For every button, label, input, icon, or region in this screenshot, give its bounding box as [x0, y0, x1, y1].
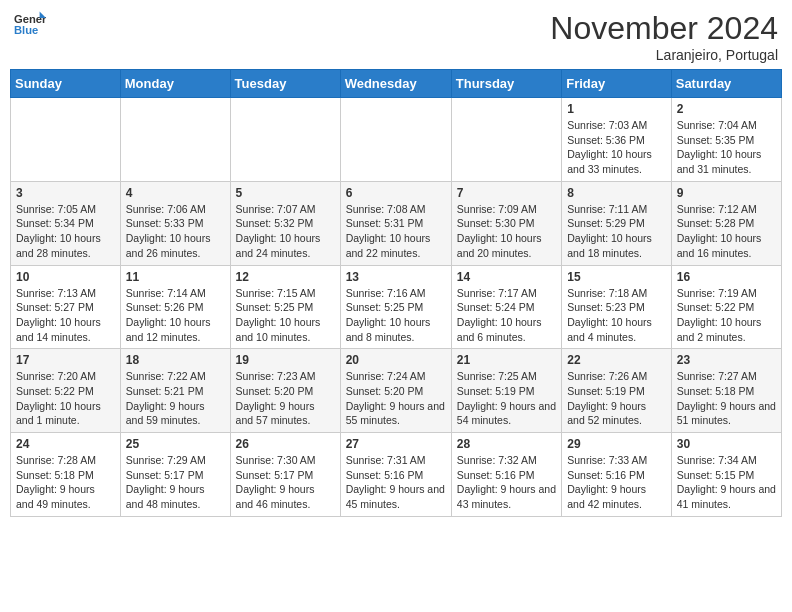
- day-info: Sunrise: 7:19 AMSunset: 5:22 PMDaylight:…: [677, 286, 776, 345]
- header-friday: Friday: [562, 70, 672, 98]
- day-number: 9: [677, 186, 776, 200]
- day-cell: 9Sunrise: 7:12 AMSunset: 5:28 PMDaylight…: [671, 181, 781, 265]
- month-title: November 2024: [550, 10, 778, 47]
- day-info: Sunrise: 7:08 AMSunset: 5:31 PMDaylight:…: [346, 202, 446, 261]
- day-info: Sunrise: 7:23 AMSunset: 5:20 PMDaylight:…: [236, 369, 335, 428]
- title-area: November 2024 Laranjeiro, Portugal: [550, 10, 778, 63]
- week-row-2: 3Sunrise: 7:05 AMSunset: 5:34 PMDaylight…: [11, 181, 782, 265]
- day-cell: 7Sunrise: 7:09 AMSunset: 5:30 PMDaylight…: [451, 181, 561, 265]
- day-cell: 13Sunrise: 7:16 AMSunset: 5:25 PMDayligh…: [340, 265, 451, 349]
- day-info: Sunrise: 7:16 AMSunset: 5:25 PMDaylight:…: [346, 286, 446, 345]
- day-info: Sunrise: 7:29 AMSunset: 5:17 PMDaylight:…: [126, 453, 225, 512]
- day-number: 30: [677, 437, 776, 451]
- day-number: 27: [346, 437, 446, 451]
- day-cell: 14Sunrise: 7:17 AMSunset: 5:24 PMDayligh…: [451, 265, 561, 349]
- day-cell: 17Sunrise: 7:20 AMSunset: 5:22 PMDayligh…: [11, 349, 121, 433]
- day-cell: 26Sunrise: 7:30 AMSunset: 5:17 PMDayligh…: [230, 433, 340, 517]
- day-cell: 3Sunrise: 7:05 AMSunset: 5:34 PMDaylight…: [11, 181, 121, 265]
- day-cell: 4Sunrise: 7:06 AMSunset: 5:33 PMDaylight…: [120, 181, 230, 265]
- day-cell: 21Sunrise: 7:25 AMSunset: 5:19 PMDayligh…: [451, 349, 561, 433]
- day-number: 17: [16, 353, 115, 367]
- logo: General Blue: [14, 10, 46, 38]
- day-cell: 6Sunrise: 7:08 AMSunset: 5:31 PMDaylight…: [340, 181, 451, 265]
- day-cell: 19Sunrise: 7:23 AMSunset: 5:20 PMDayligh…: [230, 349, 340, 433]
- day-number: 18: [126, 353, 225, 367]
- day-number: 4: [126, 186, 225, 200]
- day-number: 19: [236, 353, 335, 367]
- day-info: Sunrise: 7:11 AMSunset: 5:29 PMDaylight:…: [567, 202, 666, 261]
- day-cell: 1Sunrise: 7:03 AMSunset: 5:36 PMDaylight…: [562, 98, 672, 182]
- header-tuesday: Tuesday: [230, 70, 340, 98]
- day-cell: 5Sunrise: 7:07 AMSunset: 5:32 PMDaylight…: [230, 181, 340, 265]
- day-cell: 15Sunrise: 7:18 AMSunset: 5:23 PMDayligh…: [562, 265, 672, 349]
- day-cell: 10Sunrise: 7:13 AMSunset: 5:27 PMDayligh…: [11, 265, 121, 349]
- day-info: Sunrise: 7:22 AMSunset: 5:21 PMDaylight:…: [126, 369, 225, 428]
- calendar-table: SundayMondayTuesdayWednesdayThursdayFrid…: [10, 69, 782, 517]
- header-saturday: Saturday: [671, 70, 781, 98]
- day-number: 15: [567, 270, 666, 284]
- day-number: 2: [677, 102, 776, 116]
- day-info: Sunrise: 7:28 AMSunset: 5:18 PMDaylight:…: [16, 453, 115, 512]
- week-row-5: 24Sunrise: 7:28 AMSunset: 5:18 PMDayligh…: [11, 433, 782, 517]
- day-number: 16: [677, 270, 776, 284]
- day-cell: 20Sunrise: 7:24 AMSunset: 5:20 PMDayligh…: [340, 349, 451, 433]
- day-cell: 2Sunrise: 7:04 AMSunset: 5:35 PMDaylight…: [671, 98, 781, 182]
- day-info: Sunrise: 7:07 AMSunset: 5:32 PMDaylight:…: [236, 202, 335, 261]
- day-cell: [230, 98, 340, 182]
- day-info: Sunrise: 7:15 AMSunset: 5:25 PMDaylight:…: [236, 286, 335, 345]
- day-cell: [451, 98, 561, 182]
- day-info: Sunrise: 7:24 AMSunset: 5:20 PMDaylight:…: [346, 369, 446, 428]
- day-cell: 16Sunrise: 7:19 AMSunset: 5:22 PMDayligh…: [671, 265, 781, 349]
- day-info: Sunrise: 7:30 AMSunset: 5:17 PMDaylight:…: [236, 453, 335, 512]
- day-number: 23: [677, 353, 776, 367]
- day-info: Sunrise: 7:26 AMSunset: 5:19 PMDaylight:…: [567, 369, 666, 428]
- day-info: Sunrise: 7:17 AMSunset: 5:24 PMDaylight:…: [457, 286, 556, 345]
- day-number: 24: [16, 437, 115, 451]
- day-info: Sunrise: 7:12 AMSunset: 5:28 PMDaylight:…: [677, 202, 776, 261]
- day-number: 21: [457, 353, 556, 367]
- day-info: Sunrise: 7:20 AMSunset: 5:22 PMDaylight:…: [16, 369, 115, 428]
- day-cell: 11Sunrise: 7:14 AMSunset: 5:26 PMDayligh…: [120, 265, 230, 349]
- week-row-3: 10Sunrise: 7:13 AMSunset: 5:27 PMDayligh…: [11, 265, 782, 349]
- logo-icon: General Blue: [14, 10, 46, 38]
- day-number: 1: [567, 102, 666, 116]
- day-number: 20: [346, 353, 446, 367]
- day-cell: 30Sunrise: 7:34 AMSunset: 5:15 PMDayligh…: [671, 433, 781, 517]
- location: Laranjeiro, Portugal: [550, 47, 778, 63]
- day-cell: [120, 98, 230, 182]
- day-cell: 29Sunrise: 7:33 AMSunset: 5:16 PMDayligh…: [562, 433, 672, 517]
- day-info: Sunrise: 7:32 AMSunset: 5:16 PMDaylight:…: [457, 453, 556, 512]
- day-cell: 27Sunrise: 7:31 AMSunset: 5:16 PMDayligh…: [340, 433, 451, 517]
- day-number: 29: [567, 437, 666, 451]
- day-info: Sunrise: 7:13 AMSunset: 5:27 PMDaylight:…: [16, 286, 115, 345]
- day-info: Sunrise: 7:34 AMSunset: 5:15 PMDaylight:…: [677, 453, 776, 512]
- day-cell: 8Sunrise: 7:11 AMSunset: 5:29 PMDaylight…: [562, 181, 672, 265]
- day-number: 12: [236, 270, 335, 284]
- day-number: 6: [346, 186, 446, 200]
- header-sunday: Sunday: [11, 70, 121, 98]
- calendar-header-row: SundayMondayTuesdayWednesdayThursdayFrid…: [11, 70, 782, 98]
- day-number: 3: [16, 186, 115, 200]
- day-number: 22: [567, 353, 666, 367]
- day-info: Sunrise: 7:33 AMSunset: 5:16 PMDaylight:…: [567, 453, 666, 512]
- day-info: Sunrise: 7:31 AMSunset: 5:16 PMDaylight:…: [346, 453, 446, 512]
- day-number: 25: [126, 437, 225, 451]
- header-wednesday: Wednesday: [340, 70, 451, 98]
- day-number: 14: [457, 270, 556, 284]
- day-info: Sunrise: 7:27 AMSunset: 5:18 PMDaylight:…: [677, 369, 776, 428]
- day-number: 28: [457, 437, 556, 451]
- day-number: 5: [236, 186, 335, 200]
- week-row-4: 17Sunrise: 7:20 AMSunset: 5:22 PMDayligh…: [11, 349, 782, 433]
- day-info: Sunrise: 7:03 AMSunset: 5:36 PMDaylight:…: [567, 118, 666, 177]
- day-cell: 18Sunrise: 7:22 AMSunset: 5:21 PMDayligh…: [120, 349, 230, 433]
- day-info: Sunrise: 7:04 AMSunset: 5:35 PMDaylight:…: [677, 118, 776, 177]
- day-info: Sunrise: 7:05 AMSunset: 5:34 PMDaylight:…: [16, 202, 115, 261]
- day-info: Sunrise: 7:14 AMSunset: 5:26 PMDaylight:…: [126, 286, 225, 345]
- day-number: 11: [126, 270, 225, 284]
- day-number: 13: [346, 270, 446, 284]
- day-cell: 12Sunrise: 7:15 AMSunset: 5:25 PMDayligh…: [230, 265, 340, 349]
- day-info: Sunrise: 7:06 AMSunset: 5:33 PMDaylight:…: [126, 202, 225, 261]
- day-info: Sunrise: 7:18 AMSunset: 5:23 PMDaylight:…: [567, 286, 666, 345]
- week-row-1: 1Sunrise: 7:03 AMSunset: 5:36 PMDaylight…: [11, 98, 782, 182]
- day-number: 8: [567, 186, 666, 200]
